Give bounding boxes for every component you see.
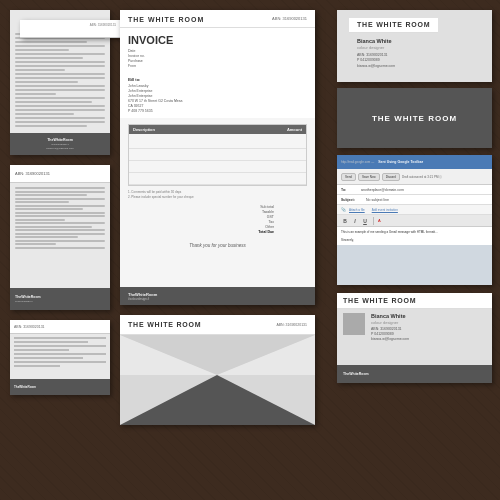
envelope-body xyxy=(120,335,315,425)
invoice-thank-you: Thank you for your business xyxy=(120,237,315,254)
bsl-footer: TheWhiteRoom xyxy=(10,379,110,395)
lh-text-10 xyxy=(15,69,65,71)
tax-value xyxy=(282,220,307,224)
bottom-lh-footer-brand: TheWhiteRoom xyxy=(15,295,41,299)
invoice-header: THE WHITE ROOM ABN: 31690020131 xyxy=(120,10,315,28)
bill-to-company2: John Enterprise xyxy=(128,94,307,98)
invoice-purchase-meta: Purchase xyxy=(128,59,307,63)
email-body-text: This is an example of me sending a Gmail… xyxy=(341,230,488,235)
bcard-dark-brand: THE WHITE ROOM xyxy=(372,114,457,123)
invoice-table: Description Amount xyxy=(128,124,307,186)
bcard-light-email: bianca.w@logsome.com xyxy=(357,64,395,70)
lh-text-9 xyxy=(15,65,105,67)
bsl-header: ABN: 31690020131 xyxy=(10,320,110,334)
blh-line xyxy=(15,226,92,228)
bsl-body xyxy=(10,334,110,372)
lh-text-8 xyxy=(15,61,105,63)
lh-text-11 xyxy=(15,73,105,75)
email-attach-row: 📎 Attach a file Add event invitation xyxy=(337,205,492,215)
lh-text-14 xyxy=(15,85,105,87)
brc-brand: THE WHITE ROOM xyxy=(343,297,416,304)
total-due-label: Total Due xyxy=(258,230,274,234)
bottom-envelope: THE WHITE ROOM ABN: 31690020131 xyxy=(120,315,315,425)
email-addevent-label[interactable]: Add event invitation xyxy=(372,208,398,212)
email-discard-btn[interactable]: Discard xyxy=(382,173,400,181)
blh-line xyxy=(15,240,105,242)
envelope-brand: THE WHITE ROOM xyxy=(128,321,201,328)
table-row xyxy=(129,173,306,185)
bill-to-label: Bill to: xyxy=(128,77,307,82)
bill-to-address: 670 W 17 th Street G2 Costa Mesa xyxy=(128,99,307,103)
bottom-small-letterhead: ABN: 31690020131 TheWhiteRoom xyxy=(10,320,110,395)
bsl-line xyxy=(14,345,106,347)
invoice-no-meta: Invoice no. xyxy=(128,54,307,58)
lh-text-12 xyxy=(15,77,105,79)
gst-row: GST xyxy=(267,215,307,219)
bsl-line xyxy=(14,357,83,359)
email-bar-text: Sent Using Google Toolbar xyxy=(378,160,423,164)
invoice-from-meta: From xyxy=(128,64,307,68)
taxable-row: Taxable xyxy=(262,210,307,214)
invoice-abn: ABN: 31690020131 xyxy=(272,16,307,21)
blh-line xyxy=(15,208,83,210)
blh-line xyxy=(15,205,105,207)
email-save-btn[interactable]: Save Now xyxy=(358,173,380,181)
bsl-footer-text: TheWhiteRoom xyxy=(14,385,36,389)
format-btn-color[interactable]: A xyxy=(378,218,381,223)
blh-line xyxy=(15,198,105,200)
divider xyxy=(373,217,374,225)
bill-to-city: CA 92627 xyxy=(128,104,307,108)
email-to-row: To: anotherplace@domain.com xyxy=(337,185,492,195)
email-attach-label[interactable]: Attach a file xyxy=(349,208,365,212)
bill-to-company: John Enterprise xyxy=(128,89,307,93)
taxable-label: Taxable xyxy=(262,210,274,214)
blh-line xyxy=(15,201,69,203)
format-btn-i[interactable]: I xyxy=(351,218,359,224)
brc-info: Bianca White colour designer ABN: 316900… xyxy=(371,313,409,342)
format-btn-u[interactable]: U xyxy=(361,218,369,224)
lh-footer-brand: TheWhiteRoom xyxy=(47,138,73,142)
bsl-line xyxy=(14,349,69,351)
email-send-btn[interactable]: Send xyxy=(341,173,356,181)
invoice-brand: THE WHITE ROOM xyxy=(128,16,204,23)
subtotal-value xyxy=(282,205,307,209)
bill-to-phone: P 408 779 5635 xyxy=(128,109,307,113)
blh-line xyxy=(15,222,105,224)
email-to-value: anotherplace@domain.com xyxy=(361,188,404,192)
email-draft-info: Draft autosaved at 3:21 PM ⓘ xyxy=(402,175,442,179)
bottom-right-card: THE WHITE ROOM Bianca White colour desig… xyxy=(337,293,492,383)
blh-line xyxy=(15,229,105,231)
bcard-light-brand: THE WHITE ROOM xyxy=(357,21,430,28)
bcard-light-name: Bianca White xyxy=(357,38,395,44)
envelope-flap-icon xyxy=(120,335,315,375)
table-header: Description Amount xyxy=(129,125,306,134)
email-attach-icon: 📎 xyxy=(341,207,346,212)
desc-col-header: Description xyxy=(133,127,262,132)
total-due-row: Total Due xyxy=(258,230,307,234)
bottom-letterhead: ABN: 31690020131 TheWhiteRoom #colourdes… xyxy=(10,165,110,310)
gst-label: GST xyxy=(267,215,274,219)
lh-text-18 xyxy=(15,101,92,103)
envelope-bottom-triangle xyxy=(120,375,315,425)
bill-to-section: Bill to: John Lawsby John Enterprise Joh… xyxy=(120,73,315,118)
lh-text-17 xyxy=(15,97,105,99)
brc-role: colour designer xyxy=(371,320,409,325)
gst-value xyxy=(282,215,307,219)
bottom-lh-header: ABN: 31690020131 xyxy=(10,165,110,183)
lh-footer-detail: #colourdesign # xyxy=(51,143,69,146)
brc-header: THE WHITE ROOM xyxy=(337,293,492,309)
format-btn-b[interactable]: B xyxy=(341,218,349,224)
bcard-light-header: THE WHITE ROOM xyxy=(349,18,438,33)
bsl-abn: ABN: 31690020131 xyxy=(14,325,45,329)
lh-text-20 xyxy=(15,109,105,111)
lh-text-6 xyxy=(15,53,105,55)
tax-label: Tax xyxy=(269,220,274,224)
note-1: 1. Comments will be paid within 30 days xyxy=(128,190,307,194)
lh-text-21 xyxy=(15,113,74,115)
bcard-light-role: colour designer xyxy=(357,45,395,50)
email-bar-gmail: http://mail.google.com — xyxy=(341,160,374,164)
table-row xyxy=(129,161,306,173)
bottom-lh-footer-detail: #colourdesign # xyxy=(15,300,41,303)
invoice-footer-detail: #colourdesign # xyxy=(128,297,157,301)
email-subject-value: No subject line xyxy=(366,198,389,202)
